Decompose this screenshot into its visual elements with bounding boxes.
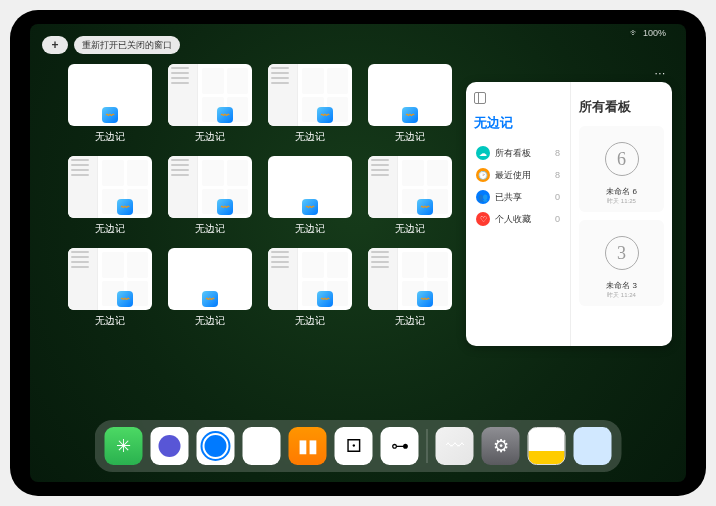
- window-thumbnail[interactable]: 无边记: [68, 156, 152, 236]
- graph-icon[interactable]: ⊶: [381, 427, 419, 465]
- sidebar-nav-item[interactable]: ☁所有看板8: [474, 142, 562, 164]
- freeform-app-icon: [117, 199, 133, 215]
- add-button[interactable]: +: [42, 36, 68, 54]
- nav-icon: ♡: [476, 212, 490, 226]
- sidebar-nav-item[interactable]: ♡个人收藏0: [474, 208, 562, 230]
- ipad-frame: ᯤ 100% + 重新打开已关闭的窗口 无边记无边记无边记无边记无边记无边记无边…: [10, 10, 706, 496]
- freeform-app-icon: [102, 107, 118, 123]
- stage-content: 所有看板 6未命名 6昨天 11:253未命名 3昨天 11:24: [571, 82, 672, 346]
- stage-content-title: 所有看板: [579, 98, 664, 116]
- wifi-icon: ᯤ: [630, 28, 639, 38]
- nav-count: 8: [555, 148, 560, 158]
- stage-sidebar: 无边记 ☁所有看板8🕑最近使用8👥已共享0♡个人收藏0: [466, 82, 571, 346]
- nav-label: 所有看板: [495, 147, 531, 160]
- reopen-closed-button[interactable]: 重新打开已关闭的窗口: [74, 36, 180, 54]
- nav-icon: 🕑: [476, 168, 490, 182]
- wechat-icon[interactable]: ✳: [105, 427, 143, 465]
- dice-icon[interactable]: ⚀: [335, 427, 373, 465]
- board-sketch: 3: [605, 236, 639, 270]
- nav-icon: ☁: [476, 146, 490, 160]
- battery-text: 100%: [643, 28, 666, 38]
- freeform-app-icon: [117, 291, 133, 307]
- stage-window[interactable]: 无边记 ☁所有看板8🕑最近使用8👥已共享0♡个人收藏0 所有看板 6未命名 6昨…: [466, 82, 672, 346]
- window-thumbnail-label: 无边记: [95, 130, 125, 144]
- window-thumbnail[interactable]: 无边记: [268, 248, 352, 328]
- window-thumbnail[interactable]: 无边记: [368, 156, 452, 236]
- window-thumbnail-label: 无边记: [195, 130, 225, 144]
- screen: ᯤ 100% + 重新打开已关闭的窗口 无边记无边记无边记无边记无边记无边记无边…: [30, 24, 686, 482]
- window-thumbnail-label: 无边记: [295, 130, 325, 144]
- freeform-app-icon: [202, 291, 218, 307]
- sidebar-nav-item[interactable]: 👥已共享0: [474, 186, 562, 208]
- nav-icon: 👥: [476, 190, 490, 204]
- quark-icon[interactable]: [197, 427, 235, 465]
- freeform-app-icon: [317, 291, 333, 307]
- window-thumbnail-label: 无边记: [195, 222, 225, 236]
- play-icon[interactable]: ▶: [243, 427, 281, 465]
- window-thumbnail[interactable]: 无边记: [268, 156, 352, 236]
- nav-count: 0: [555, 214, 560, 224]
- nav-label: 已共享: [495, 191, 522, 204]
- window-thumbnail[interactable]: 无边记: [68, 248, 152, 328]
- sidebar-nav-item[interactable]: 🕑最近使用8: [474, 164, 562, 186]
- freeform-app-icon: [217, 107, 233, 123]
- stage-sidebar-title: 无边记: [474, 114, 562, 132]
- freeform-app-icon: [417, 199, 433, 215]
- dock: ✳▶▮▮⚀⊶〰⚙: [95, 420, 622, 472]
- window-thumbnail[interactable]: 无边记: [368, 64, 452, 144]
- window-thumbnail-label: 无边记: [95, 222, 125, 236]
- notes-icon[interactable]: [528, 427, 566, 465]
- window-thumbnail-label: 无边记: [295, 314, 325, 328]
- window-thumbnail-label: 无边记: [95, 314, 125, 328]
- freeform-app-icon: [417, 291, 433, 307]
- board-name: 未命名 3: [585, 280, 658, 291]
- quark-hd-icon[interactable]: [151, 427, 189, 465]
- window-thumbnail-label: 无边记: [195, 314, 225, 328]
- nav-label: 个人收藏: [495, 213, 531, 226]
- settings-icon[interactable]: ⚙: [482, 427, 520, 465]
- books-icon[interactable]: ▮▮: [289, 427, 327, 465]
- dock-separator: [427, 429, 428, 463]
- board-name: 未命名 6: [585, 186, 658, 197]
- freeform-icon[interactable]: 〰: [436, 427, 474, 465]
- window-thumbnail[interactable]: 无边记: [368, 248, 452, 328]
- sidebar-toggle-icon[interactable]: [474, 92, 486, 104]
- nav-count: 8: [555, 170, 560, 180]
- board-card[interactable]: 6未命名 6昨天 11:25: [579, 126, 664, 212]
- window-thumbnail[interactable]: 无边记: [168, 156, 252, 236]
- window-thumbnail[interactable]: 无边记: [68, 64, 152, 144]
- freeform-app-icon: [302, 199, 318, 215]
- window-thumbnail[interactable]: 无边记: [168, 248, 252, 328]
- app-library-icon[interactable]: [574, 427, 612, 465]
- window-thumbnail-label: 无边记: [395, 222, 425, 236]
- window-thumbnail[interactable]: 无边记: [168, 64, 252, 144]
- freeform-app-icon: [217, 199, 233, 215]
- nav-count: 0: [555, 192, 560, 202]
- board-sketch: 6: [605, 142, 639, 176]
- window-thumbnail-label: 无边记: [395, 130, 425, 144]
- window-thumbnail-label: 无边记: [395, 314, 425, 328]
- board-date: 昨天 11:25: [585, 197, 658, 206]
- top-bar: + 重新打开已关闭的窗口: [42, 36, 180, 54]
- stage-more-icon[interactable]: ···: [655, 68, 666, 79]
- freeform-app-icon: [317, 107, 333, 123]
- app-expose-grid: 无边记无边记无边记无边记无边记无边记无边记无边记无边记无边记无边记无边记: [68, 64, 452, 328]
- window-thumbnail[interactable]: 无边记: [268, 64, 352, 144]
- freeform-app-icon: [402, 107, 418, 123]
- board-date: 昨天 11:24: [585, 291, 658, 300]
- nav-label: 最近使用: [495, 169, 531, 182]
- window-thumbnail-label: 无边记: [295, 222, 325, 236]
- status-bar: ᯤ 100%: [630, 28, 666, 38]
- board-card[interactable]: 3未命名 3昨天 11:24: [579, 220, 664, 306]
